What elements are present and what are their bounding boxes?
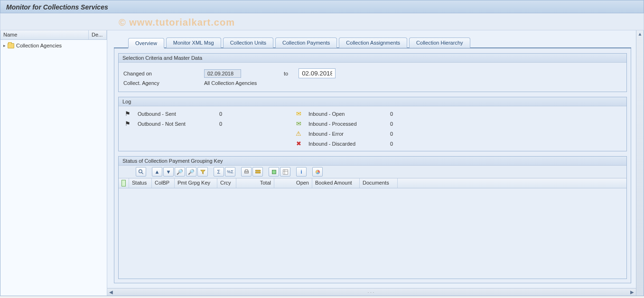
svg-rect-5 (255, 172, 260, 173)
svg-rect-6 (272, 170, 276, 174)
sort-desc-button[interactable]: ▼ (163, 167, 174, 177)
scroll-right-icon[interactable]: ▶ (628, 289, 636, 295)
col-booked[interactable]: Booked Amount (312, 178, 360, 188)
col-pmtgrpg[interactable]: Pmt Grpg Key (175, 178, 217, 188)
svg-line-1 (141, 172, 143, 174)
log-label: Inbound - Processed (308, 121, 384, 127)
flag-icon: ⚑ (123, 120, 132, 127)
svg-rect-4 (255, 170, 260, 171)
layout-button[interactable] (280, 167, 290, 177)
svg-rect-7 (283, 169, 288, 174)
changed-on-to[interactable] (299, 68, 336, 78)
scroll-left-icon[interactable]: ◀ (107, 289, 115, 295)
log-value: 0 (390, 141, 409, 147)
tree-header: Name De... (0, 30, 107, 40)
sort-asc-button[interactable]: ▲ (152, 167, 162, 177)
find-next-button[interactable]: 🔎 (186, 167, 196, 177)
side-panel: Name De... ▸ Collection Agencies (0, 30, 107, 296)
changed-on-label: Changed on (123, 71, 204, 76)
col-colbp[interactable]: ColBP (152, 178, 175, 188)
vertical-scrollbar[interactable]: ▲ (636, 30, 644, 296)
tree-col-name[interactable]: Name (0, 30, 89, 39)
tab-collection-payments[interactable]: Collection Payments (275, 37, 337, 48)
log-inbound-open: ✉ Inbound - Open 0 (294, 110, 622, 117)
log-value: 0 (390, 131, 409, 137)
group-log: Log ⚑ Outbound - Sent 0 ⚑ Outbound - Not… (118, 97, 627, 151)
group-status-title: Status of Collection Payment Grouping Ke… (119, 157, 626, 166)
grid-header: Status ColBP Pmt Grpg Key Crcy Total Ope… (119, 178, 626, 188)
log-inbound-error: ⚠ Inbound - Error 0 (294, 130, 622, 137)
log-value: 0 (219, 121, 238, 127)
subtotal-button[interactable]: %Σ (225, 167, 235, 177)
export-button[interactable] (269, 167, 279, 177)
tab-body: Selection Criteria and Master Data Chang… (114, 48, 631, 283)
col-open[interactable]: Open (274, 178, 312, 188)
grid-body[interactable] (119, 188, 626, 279)
tab-collection-hierarchy[interactable]: Collection Hierarchy (409, 37, 470, 48)
group-status: Status of Collection Payment Grouping Ke… (118, 156, 627, 279)
log-label: Outbound - Not Sent (138, 121, 214, 127)
scroll-up-icon[interactable]: ▲ (636, 30, 644, 38)
print-button[interactable] (241, 167, 252, 177)
tabstrip: Overview Monitor XML Msg Collection Unit… (114, 37, 631, 48)
col-documents[interactable]: Documents (360, 178, 398, 188)
scroll-track[interactable]: ··· (115, 290, 628, 295)
envelope-discard-icon: ✖ (294, 140, 303, 147)
log-label: Inbound - Open (308, 111, 384, 117)
agency-label: Collect. Agency (123, 80, 204, 86)
group-selection-title: Selection Criteria and Master Data (119, 54, 626, 63)
envelope-warn-icon: ⚠ (294, 130, 303, 137)
changed-on-from[interactable]: 02.09.2018 (204, 69, 241, 78)
main-area: Name De... ▸ Collection Agencies Overvie… (0, 30, 644, 296)
log-value: 0 (219, 111, 238, 117)
to-label: to (284, 71, 288, 76)
svg-point-0 (139, 169, 142, 173)
log-label: Inbound - Error (308, 131, 384, 137)
find-button[interactable]: 🔎 (175, 167, 185, 177)
details-button[interactable] (136, 167, 146, 177)
col-status[interactable]: Status (129, 178, 152, 188)
col-crcy[interactable]: Crcy (217, 178, 236, 188)
log-value: 0 (390, 111, 409, 117)
group-log-title: Log (119, 97, 626, 106)
log-inbound-discarded: ✖ Inbound - Discarded 0 (294, 140, 622, 147)
tree-root-label: Collection Agencies (16, 43, 62, 48)
tree-body: ▸ Collection Agencies (0, 40, 107, 51)
log-label: Outbound - Sent (138, 111, 214, 117)
tree-col-desc[interactable]: De... (89, 30, 107, 39)
views-button[interactable] (252, 167, 263, 177)
horizontal-scrollbar[interactable]: ◀ ··· ▶ (107, 288, 636, 296)
envelope-check-icon: ✉ (294, 120, 303, 127)
filter-button[interactable] (197, 167, 208, 177)
graphic-button[interactable] (312, 167, 323, 177)
application-toolbar (0, 13, 644, 30)
page-title: Monitor for Collections Services (0, 0, 644, 13)
flag-icon: ⚑ (123, 110, 132, 117)
select-all-icon (121, 180, 126, 186)
info-button[interactable]: i (296, 167, 307, 177)
log-value: 0 (390, 121, 409, 127)
svg-rect-3 (245, 169, 248, 171)
tab-collection-assignments[interactable]: Collection Assignments (339, 37, 407, 48)
tree-root-row[interactable]: ▸ Collection Agencies (3, 42, 104, 49)
tab-overview[interactable]: Overview (128, 38, 164, 48)
alv-toolbar: ▲ ▼ 🔎 🔎 Σ %Σ i (119, 166, 626, 178)
tab-collection-units[interactable]: Collection Units (223, 37, 273, 48)
select-all-cell[interactable] (119, 178, 129, 188)
tab-monitor-xml[interactable]: Monitor XML Msg (166, 37, 221, 48)
col-total[interactable]: Total (236, 178, 274, 188)
group-selection: Selection Criteria and Master Data Chang… (118, 53, 627, 92)
envelope-open-icon: ✉ (294, 110, 303, 117)
expand-icon[interactable]: ▸ (3, 43, 6, 48)
log-inbound-processed: ✉ Inbound - Processed 0 (294, 120, 622, 127)
log-outbound-sent: ⚑ Outbound - Sent 0 (123, 110, 294, 117)
agency-value: All Collection Agencies (204, 80, 257, 86)
log-label: Inbound - Discarded (308, 141, 384, 147)
total-button[interactable]: Σ (214, 167, 224, 177)
content-panel: Overview Monitor XML Msg Collection Unit… (107, 30, 644, 296)
log-outbound-notsent: ⚑ Outbound - Not Sent 0 (123, 120, 294, 127)
folder-icon (8, 43, 14, 48)
